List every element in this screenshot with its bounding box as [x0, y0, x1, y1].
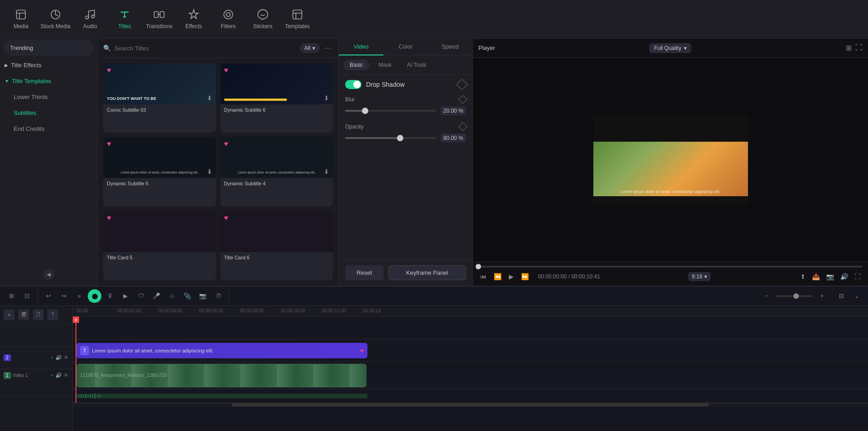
download-icon[interactable]: ⬇ — [207, 94, 212, 102]
player-panel: Player Full Quality ▾ ⊞ ⛶ Lorem ipsum — [473, 39, 868, 286]
share-icon[interactable]: 📤 — [810, 271, 822, 282]
titles-panel: 🔍 All ▾ ··· ♥ You don't want to be ⬇ Com… — [98, 39, 339, 286]
play-button-tl[interactable]: ▶ — [119, 289, 132, 303]
track-volume-icon2[interactable]: 🔊 — [55, 372, 62, 378]
music-button[interactable]: ♫ — [165, 289, 179, 303]
video-clip[interactable]: 1110670_Amusement_Relation_1280x720 — [76, 364, 366, 387]
frame-forward-button[interactable]: ⏩ — [519, 271, 531, 282]
title-card-comic-sub-03[interactable]: ♥ You don't want to be ⬇ Comic Subtitle … — [103, 64, 216, 133]
opacity-slider-thumb[interactable] — [397, 135, 403, 141]
subtab-mask[interactable]: Mask — [372, 59, 398, 70]
track-add-icon[interactable]: + — [51, 355, 54, 361]
aspect-ratio-dropdown[interactable]: 9:16 ▾ — [688, 272, 710, 281]
split-button[interactable]: ⊞ — [5, 289, 18, 303]
track-add-icon2[interactable]: + — [51, 372, 54, 378]
add-audio-button[interactable]: 🎵 — [33, 309, 44, 320]
track-visibility-icon2[interactable]: 👁 — [64, 372, 69, 378]
frame-back-button[interactable]: ⏪ — [492, 271, 503, 282]
track-visibility-icon[interactable]: 👁 — [64, 355, 69, 361]
export-icon[interactable]: ⬆ — [798, 271, 808, 282]
more-button[interactable]: » — [72, 289, 86, 303]
title-card-5[interactable]: ♥ Title Card 5 — [103, 211, 216, 280]
sidebar-lower-thirds[interactable]: Lower Thirds — [0, 89, 97, 105]
clip-button[interactable]: 📎 — [181, 289, 194, 303]
video-track-row: 1110670_Amusement_Relation_1280x720 — [73, 362, 868, 389]
drop-shadow-toggle[interactable] — [345, 80, 361, 89]
title-card-dynamic-sub-4[interactable]: ♥ Lorem ipsum dolor sit amet, consectetu… — [221, 137, 333, 206]
redo-button[interactable]: ↪ — [57, 289, 70, 303]
sidebar-title-templates[interactable]: ▼ Title Templates — [0, 73, 97, 89]
timeline-tracks-right[interactable]: 00:00 00:00:02:00 00:00:04:00 00:00:06:0… — [73, 306, 868, 431]
toolbar-filters[interactable]: Filters — [212, 2, 245, 36]
subtab-basic[interactable]: Basic — [343, 59, 369, 70]
toolbar-stock-media[interactable]: Stock Media — [39, 2, 72, 36]
sidebar-end-credits[interactable]: End Credits — [0, 121, 97, 137]
progress-thumb[interactable] — [476, 264, 481, 269]
settings-button[interactable]: ⌄ — [850, 289, 863, 303]
subtitle-clip[interactable]: T Lorem ipsum dolor sit amet, consectetu… — [76, 343, 367, 358]
more-options-button[interactable]: ··· — [323, 44, 333, 52]
blur-slider-thumb[interactable] — [362, 108, 368, 114]
blur-slider[interactable] — [345, 110, 437, 112]
opacity-keyframe-diamond[interactable] — [458, 122, 467, 131]
zoom-slider[interactable] — [776, 295, 813, 297]
opacity-slider[interactable] — [345, 137, 437, 139]
toolbar-stickers[interactable]: Stickers — [246, 2, 279, 36]
progress-bar[interactable] — [478, 266, 863, 268]
tab-color[interactable]: Color — [383, 39, 428, 55]
record-button[interactable]: ⬤ — [88, 289, 101, 303]
undo-button[interactable]: ↩ — [41, 289, 55, 303]
sidebar-subtitles[interactable]: Subtitles — [0, 105, 97, 121]
toolbar-titles[interactable]: Titles — [108, 2, 141, 36]
voice-record-button[interactable]: 🎙 — [103, 289, 117, 303]
title-card-dynamic-sub-6[interactable]: ♥ ⬇ Dynamic Subtitle 6 — [221, 64, 333, 133]
search-input[interactable] — [115, 45, 296, 52]
title-card-dynamic-sub-5[interactable]: ♥ Lorem ipsum dolor sit amet, consectetu… — [103, 137, 216, 206]
download-icon[interactable]: ⬇ — [207, 168, 212, 175]
shield-button[interactable]: 🛡 — [134, 289, 148, 303]
add-track-button[interactable]: + — [4, 309, 15, 320]
sidebar-title-effects[interactable]: ▶ Title Effects — [0, 57, 97, 73]
crop-button[interactable]: ⊡ — [20, 289, 34, 303]
title-card-6[interactable]: ♥ Title Card 6 — [221, 211, 333, 280]
filter-dropdown[interactable]: All ▾ — [300, 43, 319, 53]
zoom-thumb[interactable] — [793, 293, 799, 299]
download-icon[interactable]: ⬇ — [324, 168, 329, 175]
grid-view-icon[interactable]: ⊞ — [846, 44, 852, 52]
track-volume-icon[interactable]: 🔊 — [55, 355, 62, 361]
playhead-handle[interactable]: 6 — [73, 317, 79, 323]
speed-button[interactable]: ⏱ — [211, 289, 225, 303]
mic-button[interactable]: 🎤 — [150, 289, 163, 303]
snapshot-icon[interactable]: 📷 — [824, 271, 836, 282]
toolbar-media[interactable]: Media — [5, 2, 37, 36]
subtab-ai-tools[interactable]: AI Tools — [401, 59, 432, 70]
toolbar-transitions[interactable]: Transitions — [143, 2, 176, 36]
scrollbar-thumb[interactable] — [232, 403, 709, 406]
quality-dropdown[interactable]: Full Quality ▾ — [649, 43, 691, 53]
fullscreen-icon[interactable]: ⛶ — [855, 44, 863, 52]
reset-button[interactable]: Reset — [345, 265, 384, 280]
play-button[interactable]: ▶ — [507, 271, 516, 282]
main-content: Trending ▶ Title Effects ▼ Title Templat… — [0, 39, 868, 286]
add-text-button[interactable]: T — [47, 309, 58, 320]
toolbar-effects[interactable]: Effects — [177, 2, 210, 36]
skip-back-button[interactable]: ⏮ — [478, 271, 488, 282]
toolbar-templates[interactable]: Templates — [281, 2, 314, 36]
blur-keyframe-diamond[interactable] — [458, 95, 467, 104]
collapse-sidebar-button[interactable]: ◀ — [43, 269, 54, 280]
keyframe-panel-button[interactable]: Keyframe Panel — [388, 265, 466, 280]
add-video-button[interactable]: 🎬 — [18, 309, 29, 320]
fullscreen-toggle-icon[interactable]: ⛶ — [853, 271, 863, 282]
volume-icon[interactable]: 🔊 — [838, 271, 850, 282]
download-icon[interactable]: ⬇ — [324, 94, 329, 102]
grid-toggle-button[interactable]: ⊟ — [834, 289, 848, 303]
toolbar-audio[interactable]: Audio — [74, 2, 106, 36]
drop-shadow-keyframe-diamond[interactable] — [456, 79, 467, 90]
zoom-out-button[interactable]: − — [760, 289, 773, 303]
camera-button[interactable]: 📷 — [196, 289, 210, 303]
tab-speed[interactable]: Speed — [428, 39, 472, 55]
sidebar-trending[interactable]: Trending — [4, 40, 94, 56]
timeline-scrollbar[interactable] — [73, 403, 868, 406]
tab-video[interactable]: Video — [339, 39, 383, 55]
zoom-in-button[interactable]: + — [815, 289, 829, 303]
